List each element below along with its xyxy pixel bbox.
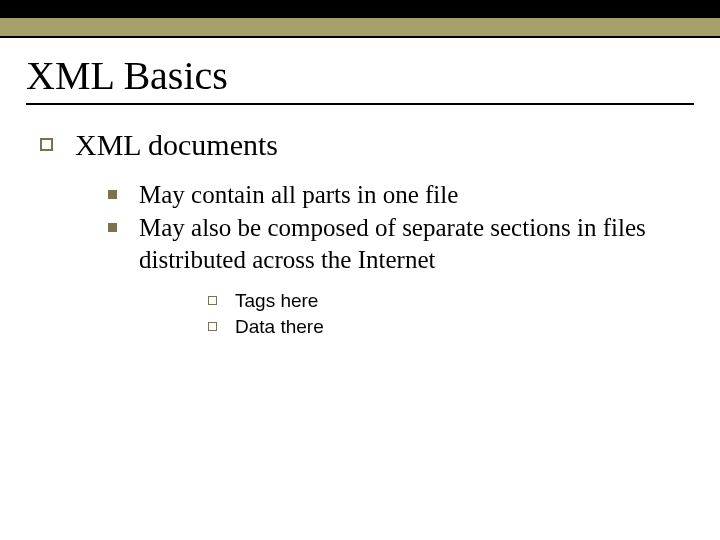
- slide-title: XML Basics: [26, 52, 694, 99]
- title-underline: [26, 103, 694, 105]
- accent-band: [0, 18, 720, 38]
- list-item-level3: Tags here: [208, 289, 694, 314]
- square-outline-icon: [40, 138, 53, 151]
- top-black-band: [0, 0, 720, 18]
- list-item-level1: XML documents: [40, 127, 694, 163]
- level3-text: Data there: [235, 315, 324, 340]
- square-outline-icon: [208, 322, 217, 331]
- level3-list: Tags here Data there: [144, 289, 694, 340]
- level2-text: May also be composed of separate section…: [139, 212, 694, 275]
- square-solid-icon: [108, 190, 117, 199]
- list-item-level3: Data there: [208, 315, 694, 340]
- level2-text: May contain all parts in one file: [139, 179, 458, 210]
- level3-text: Tags here: [235, 289, 318, 314]
- square-solid-icon: [108, 223, 117, 232]
- slide-content: XML Basics XML documents May contain all…: [0, 38, 720, 340]
- level1-text: XML documents: [75, 127, 278, 163]
- square-outline-icon: [208, 296, 217, 305]
- level2-list: May contain all parts in one file May al…: [80, 179, 694, 340]
- list-item-level2: May also be composed of separate section…: [108, 212, 694, 275]
- list-item-level2: May contain all parts in one file: [108, 179, 694, 210]
